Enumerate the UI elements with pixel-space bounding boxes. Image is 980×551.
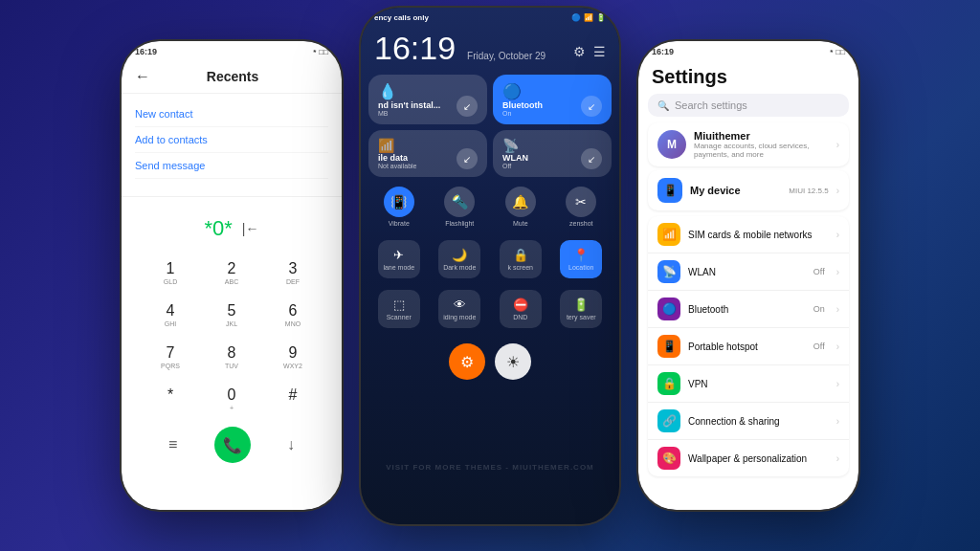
menu-lines-icon[interactable]: ☰ <box>593 44 606 59</box>
recents-title: Recents <box>160 69 305 84</box>
phone-settings: 16:19 * □□ Settings 🔍 Search settings M … <box>638 41 858 510</box>
dial-key-4[interactable]: 4 GHI <box>141 295 200 335</box>
airplane-rect: ✈ lane mode <box>378 240 420 278</box>
device-icon: 📱 <box>657 178 682 203</box>
cc-bluetooth-tile[interactable]: 🔵 Bluetooth On ↙ <box>493 75 612 124</box>
cc-bt-action[interactable]: ↙ <box>581 96 602 117</box>
hotspot-value: Off <box>813 342 825 351</box>
cc-mobile-action[interactable]: ↙ <box>457 148 478 169</box>
sim-networks-item[interactable]: 📶 SIM cards & mobile networks › <box>648 216 849 253</box>
dial-display: *0* |← <box>141 216 323 241</box>
cc-wlan-tile[interactable]: 📡 WLAN Off ↙ <box>493 130 612 177</box>
settings-status-icons: * □□ <box>830 48 845 56</box>
settings-search-bar[interactable]: 🔍 Search settings <box>648 94 849 117</box>
location-btn[interactable]: 📍 Location <box>560 240 602 278</box>
backspace-icon[interactable]: |← <box>242 221 259 236</box>
lockscreen-btn[interactable]: 🔒 k screen <box>500 240 542 278</box>
battery-icon: 🔋 <box>573 298 589 312</box>
bluetooth-label: Bluetooth <box>688 304 806 315</box>
dial-key-1[interactable]: 1 GLD <box>141 253 200 293</box>
lockscreen-icon: 🔒 <box>513 248 528 262</box>
darkmode-label: Dark mode <box>443 264 476 271</box>
status-icons-1: * □□ <box>313 48 328 56</box>
dialpad-grid: 1 GLD 2 ABC 3 DEF 4 GHI 5 JKL <box>141 253 323 419</box>
vibrate-btn[interactable]: 📳 Vibrate <box>384 187 414 227</box>
cc-data-tile[interactable]: 💧 nd isn't instal... MB ↙ <box>368 75 487 124</box>
flashlight-btn[interactable]: 🔦 Flashlight <box>444 187 475 227</box>
account-section[interactable]: M Miuithemer Manage accounts, cloud serv… <box>648 122 849 166</box>
hotspot-item[interactable]: 📱 Portable hotspot Off › <box>648 328 849 365</box>
vpn-icon: 🔒 <box>657 372 680 395</box>
scanner-label: Scanner <box>387 314 412 320</box>
connection-icon: 🔗 <box>657 409 680 432</box>
dial-number: *0* <box>205 216 233 241</box>
back-arrow-icon[interactable]: ← <box>135 68 150 85</box>
scanner-btn[interactable]: ⬚ Scanner <box>378 290 420 328</box>
send-message-link[interactable]: Send message <box>135 153 328 179</box>
cc-status-icons: 🔵 📶 🔋 <box>571 13 606 22</box>
account-sub: Manage accounts, cloud services, payment… <box>694 142 829 159</box>
scanner-icon: ⬚ <box>393 298 405 312</box>
dial-key-7[interactable]: 7 PQRS <box>141 337 200 377</box>
wallpaper-icon: 🎨 <box>657 447 680 470</box>
cc-mobile-sub: Not available <box>378 163 416 169</box>
cc-wlan-action[interactable]: ↙ <box>581 148 602 169</box>
cc-data-action[interactable]: ↙ <box>457 96 478 117</box>
location-label: Location <box>568 264 593 271</box>
cc-mobile-label: ile data <box>378 153 416 163</box>
darkmode-btn[interactable]: 🌙 Dark mode <box>438 240 480 278</box>
watermark: VISIT FOR MORE THEMES - MIUITHEMER.COM <box>361 463 619 472</box>
call-button[interactable]: 📞 <box>214 427 251 463</box>
vpn-chevron-icon: › <box>836 379 839 389</box>
cc-icons-row: 📳 Vibrate 🔦 Flashlight 🔔 Mute ✂ zenshot <box>361 183 619 231</box>
new-contact-link[interactable]: New contact <box>135 101 328 127</box>
cc-mobile-data-tile[interactable]: 📶 ile data Not available ↙ <box>368 130 487 177</box>
dnd-btn[interactable]: ⛔ DND <box>500 290 542 328</box>
wlan-item[interactable]: 📡 WLAN Off › <box>648 253 849 291</box>
dial-key-3[interactable]: 3 DEF <box>263 253 323 293</box>
settings-btn[interactable]: ⚙ <box>449 343 485 380</box>
dial-key-5[interactable]: 5 JKL <box>202 295 261 335</box>
dial-down-icon[interactable]: ↓ <box>287 436 295 453</box>
device-version: MIUI 12.5.5 <box>789 187 828 195</box>
cc-actions-row: ✈ lane mode 🌙 Dark mode 🔒 k screen 📍 <box>361 236 619 282</box>
my-device-section[interactable]: 📱 My device MIUI 12.5.5 › <box>648 170 849 210</box>
add-to-contacts-link[interactable]: Add to contacts <box>135 127 328 153</box>
vpn-label: VPN <box>688 379 829 389</box>
dial-key-hash[interactable]: # <box>263 379 323 419</box>
cc-date: Friday, October 29 <box>467 51 546 61</box>
screenshot-btn[interactable]: ✂ zenshot <box>566 187 596 227</box>
connection-sharing-item[interactable]: 🔗 Connection & sharing › <box>648 403 849 440</box>
brightness-btn[interactable]: ☀ <box>495 343 531 380</box>
cc-bt-label: Bluetooth <box>502 100 543 110</box>
device-chevron-icon: › <box>836 186 839 196</box>
account-chevron-icon: › <box>836 140 839 150</box>
reading-icon: 👁 <box>454 298 466 312</box>
dial-key-8[interactable]: 8 TUV <box>202 337 261 377</box>
settings-items-list: 📶 SIM cards & mobile networks › 📡 WLAN O… <box>648 216 849 476</box>
vpn-item[interactable]: 🔒 VPN › <box>648 365 849 403</box>
airplane-btn[interactable]: ✈ lane mode <box>378 240 420 278</box>
dial-key-star[interactable]: * <box>141 379 200 419</box>
lockscreen-rect: 🔒 k screen <box>500 240 542 278</box>
wallpaper-chevron-icon: › <box>836 453 839 464</box>
reading-btn[interactable]: 👁 iding mode <box>438 290 480 328</box>
dialpad-area: *0* |← 1 GLD 2 ABC 3 DEF 4 GHI <box>122 207 342 473</box>
settings-dots-icon[interactable]: ⚙ <box>573 44 586 59</box>
wallpaper-item[interactable]: 🎨 Wallpaper & personalization › <box>648 440 849 476</box>
screen-control-center: ency calls only 🔵 📶 🔋 16:19 Friday, Octo… <box>361 8 619 524</box>
phone-recents: 16:19 * □□ ← Recents New contact Add to … <box>122 41 342 510</box>
wallpaper-label: Wallpaper & personalization <box>688 453 829 464</box>
dial-key-0[interactable]: 0 + <box>202 379 261 419</box>
dial-key-9[interactable]: 9 WXY2 <box>263 337 323 377</box>
time-1: 16:19 <box>135 47 157 56</box>
screenshot-label: zenshot <box>569 220 593 227</box>
bluetooth-value: On <box>813 304 825 314</box>
mute-btn[interactable]: 🔔 Mute <box>505 187 536 227</box>
dial-key-6[interactable]: 6 MNO <box>263 295 323 335</box>
bluetooth-item[interactable]: 🔵 Bluetooth On › <box>648 291 849 328</box>
cc-second-actions: ⬚ Scanner 👁 iding mode ⛔ DND 🔋 t <box>361 286 619 332</box>
battery-btn[interactable]: 🔋 tery saver <box>560 290 602 328</box>
dial-key-2[interactable]: 2 ABC <box>202 253 261 293</box>
dial-menu-icon[interactable]: ≡ <box>168 436 177 453</box>
